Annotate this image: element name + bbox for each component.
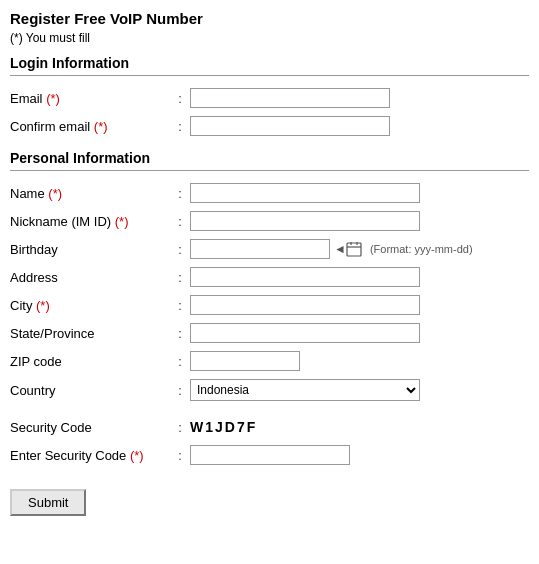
- personal-section-heading: Personal Information: [10, 150, 529, 166]
- city-row: City (*) :: [10, 291, 529, 319]
- birthday-row: Birthday : ◄ (Format: yyy-mm-dd): [10, 235, 529, 263]
- city-label: City (*): [10, 298, 170, 313]
- enter-security-label: Enter Security Code (*): [10, 448, 170, 463]
- security-code-label: Security Code: [10, 420, 170, 435]
- state-colon: :: [170, 326, 190, 341]
- birthday-colon: :: [170, 242, 190, 257]
- svg-rect-0: [347, 243, 361, 256]
- zip-field-wrapper: [190, 351, 529, 371]
- enter-security-field-wrapper: [190, 445, 529, 465]
- nickname-label: Nickname (IM ID) (*): [10, 214, 170, 229]
- address-field-wrapper: [190, 267, 529, 287]
- security-code-row: Security Code : W1JD7F: [10, 413, 529, 441]
- city-colon: :: [170, 298, 190, 313]
- confirm-email-row: Confirm email (*) :: [10, 112, 529, 140]
- login-section: Login Information Email (*) : Confirm em…: [10, 55, 529, 140]
- birthday-input[interactable]: [190, 239, 330, 259]
- nickname-required-marker: (*): [115, 214, 129, 229]
- email-field-wrapper: [190, 88, 529, 108]
- state-input[interactable]: [190, 323, 420, 343]
- security-code-colon: :: [170, 420, 190, 435]
- security-code-input[interactable]: [190, 445, 350, 465]
- calendar-icon[interactable]: ◄: [334, 241, 362, 257]
- must-fill-notice: (*) You must fill: [10, 31, 529, 45]
- security-code-value-wrapper: W1JD7F: [190, 419, 529, 435]
- country-colon: :: [170, 383, 190, 398]
- email-input[interactable]: [190, 88, 390, 108]
- name-field-wrapper: [190, 183, 529, 203]
- name-colon: :: [170, 186, 190, 201]
- city-input[interactable]: [190, 295, 420, 315]
- nickname-input[interactable]: [190, 211, 420, 231]
- nickname-row: Nickname (IM ID) (*) :: [10, 207, 529, 235]
- login-divider: [10, 75, 529, 76]
- confirm-email-colon: :: [170, 119, 190, 134]
- city-required-marker: (*): [36, 298, 50, 313]
- name-required-marker: (*): [48, 186, 62, 201]
- address-row: Address :: [10, 263, 529, 291]
- personal-section: Personal Information Name (*) : Nickname…: [10, 150, 529, 469]
- nickname-field-wrapper: [190, 211, 529, 231]
- country-select[interactable]: IndonesiaUnited StatesUnited KingdomAust…: [190, 379, 420, 401]
- name-row: Name (*) :: [10, 179, 529, 207]
- address-input[interactable]: [190, 267, 420, 287]
- zip-colon: :: [170, 354, 190, 369]
- state-row: State/Province :: [10, 319, 529, 347]
- country-field-wrapper: IndonesiaUnited StatesUnited KingdomAust…: [190, 379, 529, 401]
- enter-security-colon: :: [170, 448, 190, 463]
- birthday-format-hint: (Format: yyy-mm-dd): [370, 243, 473, 255]
- birthday-label: Birthday: [10, 242, 170, 257]
- address-colon: :: [170, 270, 190, 285]
- enter-security-required-marker: (*): [130, 448, 144, 463]
- state-label: State/Province: [10, 326, 170, 341]
- zip-input[interactable]: [190, 351, 300, 371]
- birthday-field-wrapper: ◄ (Format: yyy-mm-dd): [190, 239, 529, 259]
- enter-security-row: Enter Security Code (*) :: [10, 441, 529, 469]
- confirm-email-input[interactable]: [190, 116, 390, 136]
- submit-button[interactable]: Submit: [10, 489, 86, 516]
- zip-label: ZIP code: [10, 354, 170, 369]
- security-code-value: W1JD7F: [190, 419, 257, 435]
- email-required-marker: (*): [46, 91, 60, 106]
- email-label: Email (*): [10, 91, 170, 106]
- nickname-colon: :: [170, 214, 190, 229]
- city-field-wrapper: [190, 295, 529, 315]
- personal-divider: [10, 170, 529, 171]
- confirm-email-field-wrapper: [190, 116, 529, 136]
- zip-row: ZIP code :: [10, 347, 529, 375]
- login-section-heading: Login Information: [10, 55, 529, 71]
- name-label: Name (*): [10, 186, 170, 201]
- page-title: Register Free VoIP Number: [10, 10, 529, 27]
- address-label: Address: [10, 270, 170, 285]
- country-row: Country : IndonesiaUnited StatesUnited K…: [10, 375, 529, 405]
- email-colon: :: [170, 91, 190, 106]
- name-input[interactable]: [190, 183, 420, 203]
- state-field-wrapper: [190, 323, 529, 343]
- confirm-email-required-marker: (*): [94, 119, 108, 134]
- country-label: Country: [10, 383, 170, 398]
- confirm-email-label: Confirm email (*): [10, 119, 170, 134]
- email-row: Email (*) :: [10, 84, 529, 112]
